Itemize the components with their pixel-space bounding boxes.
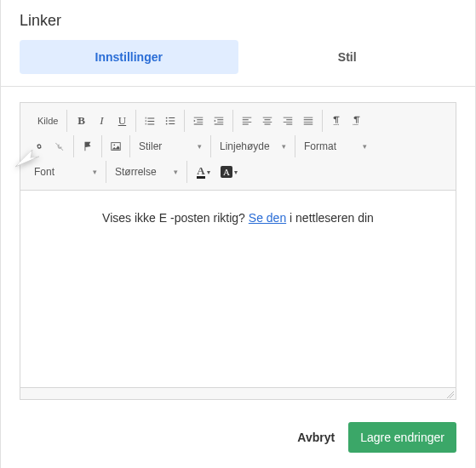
unlink-icon <box>54 140 66 152</box>
bulleted-list-icon <box>164 115 176 127</box>
save-button[interactable]: Lagre endringer <box>348 422 456 453</box>
rtl-icon <box>351 115 363 127</box>
font-select[interactable]: Font▾ <box>29 162 102 182</box>
align-left-button[interactable] <box>237 111 257 131</box>
svg-point-1 <box>166 120 168 122</box>
indent-button[interactable] <box>209 111 229 131</box>
align-right-icon <box>282 115 294 127</box>
unlink-button[interactable] <box>49 136 70 157</box>
content-suffix: i nettleseren din <box>286 211 374 225</box>
ltr-button[interactable] <box>326 111 347 131</box>
styles-select[interactable]: Stiler▾ <box>134 136 207 157</box>
align-center-button[interactable] <box>257 111 278 131</box>
rtl-button[interactable] <box>347 111 367 131</box>
flag-icon <box>82 140 94 152</box>
bg-color-button[interactable]: A ▾ <box>216 162 242 182</box>
outdent-button[interactable] <box>188 111 209 131</box>
text-color-icon: A <box>197 166 204 179</box>
image-icon <box>110 140 122 152</box>
link-button[interactable] <box>29 136 49 157</box>
align-left-icon <box>241 115 253 127</box>
editor-content[interactable]: Vises ikke E -posten riktig? Se den i ne… <box>20 191 456 388</box>
numbered-list-button[interactable] <box>140 111 160 131</box>
align-right-button[interactable] <box>278 111 298 131</box>
tab-settings[interactable]: Innstillinger <box>20 40 238 74</box>
image-button[interactable] <box>106 136 126 157</box>
outdent-icon <box>192 115 204 127</box>
underline-button[interactable]: U <box>112 111 132 131</box>
numbered-list-icon <box>144 115 156 127</box>
size-label: Størrelse <box>115 166 157 178</box>
bulleted-list-button[interactable] <box>160 111 181 131</box>
italic-button[interactable]: I <box>91 111 112 131</box>
resize-handle[interactable] <box>20 388 456 400</box>
format-label: Format <box>304 140 336 152</box>
lineheight-select[interactable]: Linjehøyde▾ <box>215 136 291 157</box>
font-label: Font <box>34 166 54 178</box>
tabs: Innstillinger Stil <box>1 40 475 86</box>
bg-color-icon: A <box>221 166 232 178</box>
svg-point-4 <box>113 144 115 146</box>
resize-grip-icon <box>445 390 454 398</box>
size-select[interactable]: Størrelse▾ <box>110 162 183 182</box>
tab-style[interactable]: Stil <box>238 40 457 74</box>
link-icon <box>33 140 45 152</box>
svg-point-0 <box>166 117 168 119</box>
panel-title: Linker <box>1 0 475 40</box>
text-color-button[interactable]: A ▾ <box>191 162 216 182</box>
bold-button[interactable]: B <box>71 111 91 131</box>
anchor-button[interactable] <box>77 136 98 157</box>
align-justify-button[interactable] <box>298 111 318 131</box>
content-link[interactable]: Se den <box>249 211 286 225</box>
lineheight-label: Linjehøyde <box>220 140 270 152</box>
align-justify-icon <box>302 115 314 127</box>
ltr-icon <box>330 115 342 127</box>
align-center-icon <box>261 115 273 127</box>
cancel-button[interactable]: Avbryt <box>297 431 335 444</box>
styles-label: Stiler <box>139 140 162 152</box>
source-button[interactable]: Kilde <box>29 111 63 131</box>
editor-toolbar: Kilde B I U <box>20 102 456 191</box>
indent-icon <box>213 115 225 127</box>
format-select[interactable]: Format▾ <box>299 136 372 157</box>
source-label: Kilde <box>37 116 58 126</box>
svg-point-2 <box>166 123 168 125</box>
content-prefix: Vises ikke E -posten riktig? <box>102 211 249 225</box>
